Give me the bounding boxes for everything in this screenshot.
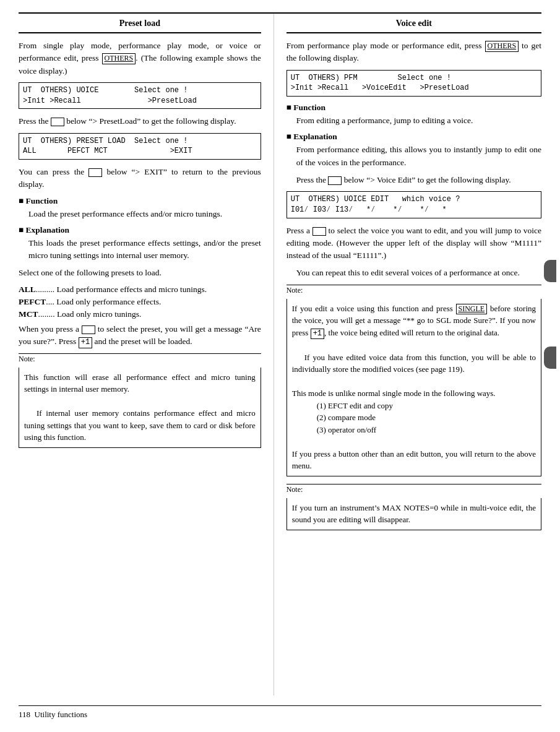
right-explanation-text1: From performance editing, this allows yo… <box>296 144 541 169</box>
left-explanation-header: Explanation <box>19 225 261 235</box>
left-intro: From single play mode, performance play … <box>19 40 261 77</box>
page-footer: 118 Utility functions <box>19 705 541 720</box>
left-press1: Press the below “> PresetLoad” to get th… <box>19 115 261 127</box>
left-column: Preset load From single play mode, perfo… <box>19 14 274 695</box>
right-press-a: Press a to select the voice you want to … <box>286 225 541 262</box>
left-note-wrapper: Note: This function will erase all perfo… <box>19 353 261 448</box>
right-function-text: From editing a performance, jump to edit… <box>296 114 541 127</box>
right-note-wrapper: Note: If you edit a voice using this fun… <box>286 285 541 476</box>
left-all-item: ALL......... Load performance effects an… <box>19 285 261 295</box>
right-intro: From performance play mode or performanc… <box>286 40 541 65</box>
right-note-label: Note: <box>286 286 303 295</box>
right-title: Voice edit <box>286 14 541 33</box>
page-text: Utility functions <box>35 710 88 719</box>
tab-decoration-2 <box>544 347 556 369</box>
blank-btn-4 <box>328 176 342 185</box>
right-display2: UT OTHERS) UOICE EDIT which voice ? I01⁄… <box>286 191 541 218</box>
right-note2-box: If you turn an instrument’s MAX NOTES=0 … <box>286 498 541 530</box>
tab-decoration-1 <box>544 260 556 282</box>
left-title: Preset load <box>19 14 261 33</box>
blank-btn-5 <box>312 227 326 236</box>
right-note2-label: Note: <box>286 485 303 494</box>
left-note-box: This function will erase all performance… <box>19 368 261 448</box>
left-note-label: Note: <box>19 355 35 363</box>
right-note2-wrapper: Note: If you turn an instrument’s MAX NO… <box>286 484 541 530</box>
left-when: When you press a to select the preset, y… <box>19 323 261 348</box>
plus1-key-right: +1 <box>311 329 324 340</box>
left-display2: UT OTHERS) PRESET LOAD Select one ! ALL … <box>19 133 261 160</box>
blank-btn-1 <box>51 118 64 126</box>
page-number: 118 <box>19 710 30 719</box>
right-function-header: Function <box>286 103 541 113</box>
left-select-text: Select one of the following presets to l… <box>19 267 261 279</box>
left-pefct-item: PEFCT.... Load only performance effects. <box>19 297 261 307</box>
left-display1: UT OTHERS) UOICE Select one ! >Init >Rec… <box>19 82 261 110</box>
blank-btn-3 <box>82 325 95 334</box>
left-function-header: Function <box>19 196 261 206</box>
right-note-box: If you edit a voice using this function … <box>286 299 541 476</box>
right-column: Voice edit From performance play mode or… <box>274 14 541 695</box>
left-mct-item: MCT........ Load only micro tunings. <box>19 309 261 319</box>
others-key-right: OTHERS <box>485 41 519 52</box>
others-key-left: OTHERS <box>102 53 136 64</box>
left-function-text: Load the preset performance effects and/… <box>28 208 261 220</box>
right-explanation-header: Explanation <box>286 132 541 142</box>
right-display1: UT OTHERS) PFM Select one ! >Init >Recal… <box>286 70 541 97</box>
right-press-btn: Press the below “> Voice Edit” to get th… <box>296 174 541 186</box>
plus1-key-left: +1 <box>79 337 92 348</box>
blank-btn-2 <box>88 168 102 177</box>
right-repeat-text: You can repeat this to edit several voic… <box>296 267 541 279</box>
left-explanation-text: This loads the preset performance effect… <box>28 237 261 262</box>
single-key: SINGLE <box>456 304 488 315</box>
left-press2: You can press the below “> EXIT” to retu… <box>19 166 261 191</box>
